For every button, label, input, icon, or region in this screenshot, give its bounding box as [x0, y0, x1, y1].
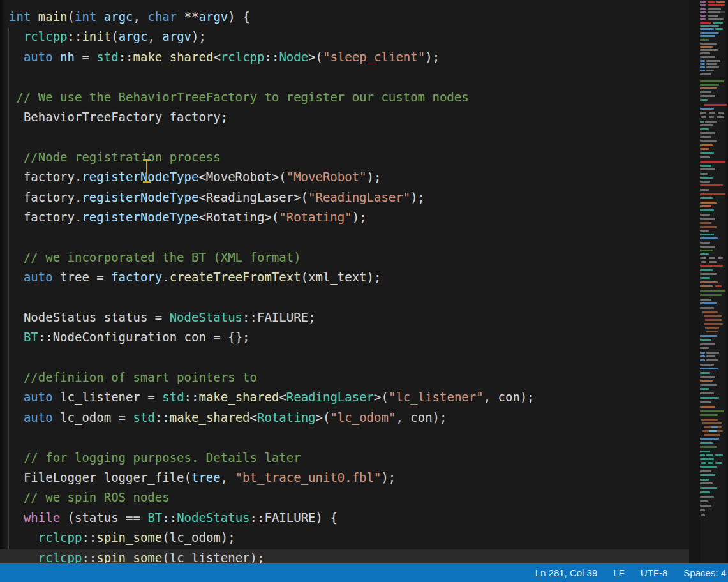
- minimap-line: [708, 462, 713, 464]
- minimap-line: [700, 273, 717, 275]
- code-line[interactable]: // we spin ROS nodes: [9, 488, 535, 507]
- code-line[interactable]: [9, 67, 535, 87]
- code-line[interactable]: // we incorporated the BT (XML format): [9, 248, 535, 267]
- minimap-line: [708, 1, 715, 3]
- code-line[interactable]: auto nh = std::make_shared<rclcpp::Node>…: [9, 47, 535, 67]
- status-eol[interactable]: LF: [613, 567, 625, 578]
- minimap-line: [700, 269, 713, 271]
- minimap[interactable]: [700, 0, 728, 525]
- minimap-line: [706, 66, 719, 68]
- minimap-line: [700, 234, 714, 235]
- minimap-line: [700, 442, 713, 444]
- code-line[interactable]: rclcpp::init(argc, argv);: [9, 27, 535, 47]
- minimap-line: [715, 28, 723, 30]
- minimap-line: [700, 144, 713, 146]
- minimap-line: [708, 18, 724, 20]
- minimap-line: [700, 237, 718, 239]
- minimap-line: [700, 66, 705, 68]
- code-line[interactable]: factory.registerNodeType<MoveRobot>("Mov…: [9, 167, 535, 187]
- minimap-line: [700, 91, 711, 93]
- code-line[interactable]: [9, 348, 535, 368]
- minimap-line: [718, 112, 724, 114]
- minimap-line: [701, 261, 706, 263]
- code-line[interactable]: factory.registerNodeType<Rotating>("Rota…: [9, 207, 535, 227]
- minimap-line: [715, 285, 722, 287]
- minimap-line: [700, 112, 706, 114]
- minimap-line: [720, 11, 725, 13]
- code-line[interactable]: auto lc_odom = std::make_shared<Rotating…: [9, 408, 535, 428]
- minimap-line: [700, 197, 713, 199]
- code-line[interactable]: NodeStatus status = NodeStatus::FAILURE;: [9, 308, 535, 327]
- minimap-line: [700, 70, 705, 71]
- code-line[interactable]: [9, 428, 535, 447]
- code-line[interactable]: rclcpp::spin_some(lc_odom);: [9, 528, 535, 548]
- minimap-line: [700, 355, 705, 357]
- code-line[interactable]: FileLogger logger_file(tree, "bt_trace_u…: [9, 468, 535, 488]
- minimap-line: [706, 63, 717, 65]
- minimap-line: [700, 124, 713, 126]
- code-line[interactable]: auto lc_listener = std::make_shared<Read…: [9, 387, 535, 407]
- minimap-line: [700, 32, 719, 34]
- code-line[interactable]: BT::NodeConfiguration con = {};: [9, 327, 535, 347]
- minimap-line: [700, 56, 715, 58]
- minimap-line: [700, 470, 711, 472]
- code-line[interactable]: // We use the BehaviorTreeFactory to reg…: [9, 87, 535, 107]
- minimap-line: [702, 422, 722, 424]
- minimap-line: [700, 290, 725, 292]
- minimap-line: [700, 335, 717, 337]
- minimap-line: [700, 242, 710, 244]
- minimap-line: [700, 496, 714, 498]
- minimap-line: [700, 136, 711, 138]
- minimap-line: [700, 60, 705, 62]
- minimap-line: [708, 4, 725, 6]
- code-line[interactable]: BehaviorTreeFactory factory;: [9, 107, 535, 127]
- code-line[interactable]: while (status == BT::NodeStatus::FAILURE…: [9, 508, 535, 528]
- code-line[interactable]: [9, 287, 535, 307]
- minimap-line: [711, 426, 718, 428]
- minimap-line: [700, 173, 708, 175]
- minimap-line: [713, 22, 723, 24]
- minimap-line: [700, 509, 705, 511]
- status-indentation[interactable]: Spaces: 4: [683, 567, 726, 578]
- minimap-line: [700, 372, 710, 374]
- code-line[interactable]: [9, 127, 535, 147]
- minimap-line: [709, 257, 715, 259]
- minimap-line: [700, 491, 710, 493]
- status-cursor-position[interactable]: Ln 281, Col 39: [535, 567, 598, 578]
- minimap-line: [700, 397, 719, 399]
- minimap-line: [700, 165, 711, 167]
- minimap-line: [700, 156, 710, 158]
- minimap-line: [700, 8, 706, 10]
- code-line[interactable]: //Node registration process: [9, 147, 535, 167]
- minimap-line: [700, 73, 711, 75]
- minimap-line: [704, 104, 727, 106]
- minimap-line: [700, 95, 715, 97]
- minimap-line: [700, 193, 725, 195]
- minimap-line: [700, 218, 715, 220]
- code-line[interactable]: //definiion of smart pointers to: [9, 368, 535, 387]
- code-line[interactable]: // for logging purposes. Details later: [9, 448, 535, 468]
- minimap-line: [706, 359, 718, 361]
- minimap-line: [700, 384, 717, 386]
- minimap-line: [700, 257, 706, 259]
- minimap-line: [708, 8, 721, 10]
- code-editor[interactable]: int main(int argc, char **argv) { rclcpp…: [9, 7, 535, 568]
- minimap-line: [700, 500, 708, 502]
- minimap-line: [700, 474, 715, 476]
- minimap-line: [700, 11, 706, 13]
- minimap-line: [709, 430, 717, 432]
- minimap-line: [715, 462, 722, 464]
- code-line[interactable]: factory.registerNodeType<ReadingLaser>("…: [9, 188, 535, 207]
- minimap-line: [700, 15, 706, 17]
- minimap-line: [700, 18, 706, 20]
- minimap-line: [704, 434, 720, 436]
- minimap-line: [700, 205, 711, 207]
- minimap-line: [700, 451, 710, 452]
- status-encoding[interactable]: UTF-8: [641, 567, 668, 578]
- code-line[interactable]: int main(int argc, char **argv) {: [9, 7, 535, 27]
- minimap-line: [700, 438, 719, 440]
- minimap-line: [706, 70, 714, 71]
- code-line[interactable]: [9, 227, 535, 247]
- minimap-line: [700, 84, 719, 86]
- code-line[interactable]: auto tree = factory.createTreeFromText(x…: [9, 267, 535, 287]
